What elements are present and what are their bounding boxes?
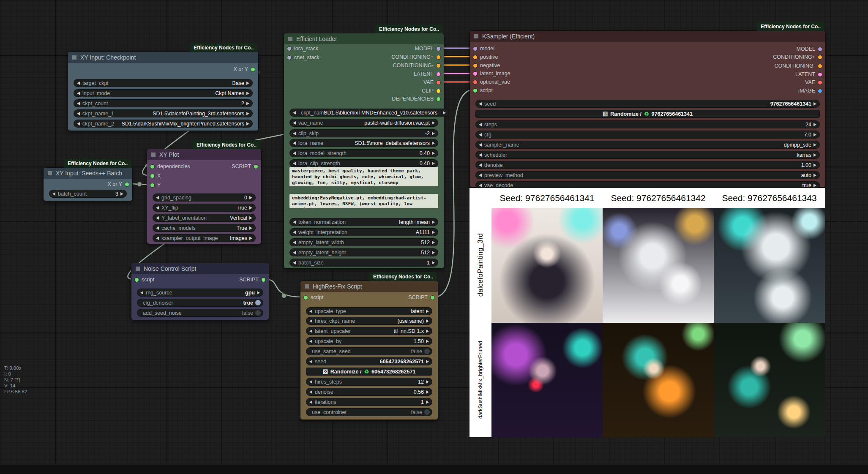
collapse-icon[interactable] xyxy=(474,34,478,38)
node-titlebar[interactable]: XY Input: Seeds++ Batch xyxy=(44,168,132,179)
increment-arrow-icon[interactable] xyxy=(249,206,252,210)
toggle-knob-icon[interactable] xyxy=(255,300,261,305)
decrement-arrow-icon[interactable] xyxy=(156,216,159,220)
increment-arrow-icon[interactable] xyxy=(432,142,435,145)
increment-arrow-icon[interactable] xyxy=(443,111,446,114)
decrement-arrow-icon[interactable] xyxy=(309,330,312,333)
widget-token-normalization[interactable]: token_normalization length+mean xyxy=(289,218,438,226)
output-port-latent[interactable]: LATENT xyxy=(795,71,822,78)
increment-arrow-icon[interactable] xyxy=(432,152,435,155)
widget-batch-size[interactable]: batch_size 1 xyxy=(289,259,438,267)
widget-add-seed-noise-toggle[interactable]: add_seed_noise false xyxy=(137,309,263,317)
output-port-x-or-y[interactable]: X or Y xyxy=(107,180,129,188)
widget-ksampler-output-image[interactable]: ksampler_output_image Images xyxy=(153,234,256,242)
output-port-conditioning-minus[interactable]: CONDITIONING- xyxy=(774,62,822,70)
decrement-arrow-icon[interactable] xyxy=(309,380,312,384)
widget-steps[interactable]: steps 24 xyxy=(475,120,820,128)
widget-cfg-denoiser-toggle[interactable]: cfg_denoiser true xyxy=(137,299,263,307)
decrement-arrow-icon[interactable] xyxy=(77,122,80,125)
increment-arrow-icon[interactable] xyxy=(120,192,123,196)
decrement-arrow-icon[interactable] xyxy=(309,340,312,343)
widget-ckpt-name[interactable]: ckpt_name SD1.5\bluemixTMNDEnhanced_v10.… xyxy=(289,109,449,117)
output-port-model[interactable]: MODEL xyxy=(415,45,440,52)
widget-denoise[interactable]: denoise 1.00 xyxy=(475,161,820,169)
input-port-optional-vae[interactable]: optional_vae xyxy=(473,78,510,86)
decrement-arrow-icon[interactable] xyxy=(77,92,80,95)
decrement-arrow-icon[interactable] xyxy=(309,400,312,404)
widget-grid-spacing[interactable]: grid_spacing 0 xyxy=(153,193,256,202)
decrement-arrow-icon[interactable] xyxy=(309,360,312,363)
output-port-image[interactable]: IMAGE xyxy=(798,87,822,95)
randomize-seed-button[interactable]: ⚄ Randomize / ♻ 97627656461341 xyxy=(475,110,820,118)
node-titlebar[interactable]: Efficient Loader xyxy=(284,33,444,44)
widget-lora-name[interactable]: lora_name SD1.5\more_details.safetensors xyxy=(289,139,438,147)
widget-clip-skip[interactable]: clip_skip -2 xyxy=(289,129,438,137)
increment-arrow-icon[interactable] xyxy=(813,184,816,187)
input-port-latent-image[interactable]: latent_image xyxy=(473,70,510,77)
decrement-arrow-icon[interactable] xyxy=(479,133,482,136)
widget-sampler-name[interactable]: sampler_name dpmpp_sde xyxy=(475,141,820,149)
output-port-script[interactable]: SCRIPT xyxy=(232,163,258,170)
decrement-arrow-icon[interactable] xyxy=(293,221,296,224)
increment-arrow-icon[interactable] xyxy=(813,163,816,167)
output-port-model[interactable]: MODEL xyxy=(797,45,822,53)
widget-ckpt-name-1[interactable]: ckpt_name_1 SD1.5\dalcefoPainting_3rd.sa… xyxy=(74,109,253,117)
decrement-arrow-icon[interactable] xyxy=(479,153,482,157)
widget-seed[interactable]: seed 97627656461341 xyxy=(475,100,820,108)
widget-hires-ckpt-name[interactable]: hires_ckpt_name (use same) xyxy=(306,317,432,325)
input-port-positive[interactable]: positive xyxy=(473,53,498,61)
decrement-arrow-icon[interactable] xyxy=(156,196,159,199)
increment-arrow-icon[interactable] xyxy=(249,196,252,199)
output-port-conditioning-plus[interactable]: CONDITIONING+ xyxy=(773,53,822,61)
increment-arrow-icon[interactable] xyxy=(426,380,429,384)
decrement-arrow-icon[interactable] xyxy=(293,162,296,165)
widget-hires-seed[interactable]: seed 605473268262571 xyxy=(306,357,432,365)
negative-prompt-textarea[interactable]: embedding:EasyNegative.pt, embedding:bad… xyxy=(289,194,438,208)
decrement-arrow-icon[interactable] xyxy=(309,319,312,323)
increment-arrow-icon[interactable] xyxy=(426,330,429,333)
input-port-script[interactable]: script xyxy=(473,87,493,94)
widget-ckpt-name-2[interactable]: ckpt_name_2 SD1.5\darkSushiMixMix_bright… xyxy=(74,120,253,128)
increment-arrow-icon[interactable] xyxy=(432,241,435,244)
input-port-script[interactable]: script xyxy=(304,294,323,301)
collapse-icon[interactable] xyxy=(136,267,140,271)
increment-arrow-icon[interactable] xyxy=(432,121,435,125)
output-port-vae[interactable]: VAE xyxy=(805,79,822,86)
decrement-arrow-icon[interactable] xyxy=(156,206,159,210)
toggle-knob-icon[interactable] xyxy=(255,310,261,316)
node-titlebar[interactable]: XY Plot xyxy=(147,149,261,160)
input-port-lora-stack[interactable]: lora_stack xyxy=(287,45,318,52)
decrement-arrow-icon[interactable] xyxy=(293,132,296,135)
input-port-model[interactable]: model xyxy=(473,45,494,52)
decrement-arrow-icon[interactable] xyxy=(293,241,296,244)
collapse-icon[interactable] xyxy=(305,284,309,289)
increment-arrow-icon[interactable] xyxy=(249,216,252,220)
widget-y-label-orientation[interactable]: Y_label_orientation Vertical xyxy=(153,214,256,222)
decrement-arrow-icon[interactable] xyxy=(77,112,80,115)
input-port-cnet-stack[interactable]: cnet_stack xyxy=(287,54,319,61)
decrement-arrow-icon[interactable] xyxy=(309,310,312,313)
node-xy-plot[interactable]: Efficiency Nodes for Co.. XY Plot depend… xyxy=(147,149,262,244)
node-efficient-loader[interactable]: Efficiency Nodes for Co.. Efficient Load… xyxy=(284,33,444,269)
increment-arrow-icon[interactable] xyxy=(813,174,816,177)
collapse-icon[interactable] xyxy=(48,171,52,175)
widget-xy-flip[interactable]: XY_flip True xyxy=(153,204,256,212)
widget-upscale-type[interactable]: upscale_type latent xyxy=(306,307,432,315)
collapse-icon[interactable] xyxy=(288,37,292,41)
randomize-seed-button[interactable]: ⚄ Randomize / ♻ 605473268262571 xyxy=(306,368,432,376)
widget-input-mode[interactable]: input_mode Ckpt Names xyxy=(74,89,253,97)
increment-arrow-icon[interactable] xyxy=(246,82,249,85)
decrement-arrow-icon[interactable] xyxy=(479,143,482,147)
decrement-arrow-icon[interactable] xyxy=(156,226,159,230)
decrement-arrow-icon[interactable] xyxy=(293,142,296,145)
increment-arrow-icon[interactable] xyxy=(246,92,249,95)
comfyui-graph-canvas[interactable]: { "badge": "Efficiency Nodes for Co..", … xyxy=(0,0,868,474)
input-port-dependencies[interactable]: dependencies xyxy=(150,163,190,170)
increment-arrow-icon[interactable] xyxy=(426,400,429,404)
node-titlebar[interactable]: HighRes-Fix Script xyxy=(300,281,438,292)
widget-batch-count[interactable]: batch_count 3 xyxy=(49,190,127,198)
widget-lora-model-strength[interactable]: lora_model_strength 0.40 xyxy=(289,149,438,157)
output-port-x-or-y[interactable]: X or Y xyxy=(233,65,255,73)
widget-latent-upscaler[interactable]: latent_upscaler ttl_nn.SD 1.x xyxy=(306,327,432,335)
output-port-script[interactable]: SCRIPT xyxy=(239,276,265,283)
